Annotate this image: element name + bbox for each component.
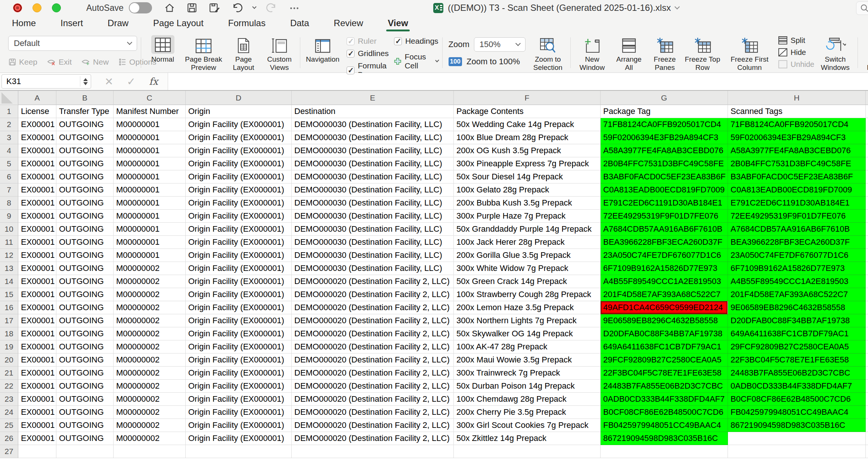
row-header-12[interactable]: 12 — [0, 249, 18, 262]
row-header-13[interactable]: 13 — [0, 262, 18, 275]
cell-A10[interactable]: EX00001 — [18, 223, 56, 236]
row-header-26[interactable]: 26 — [0, 432, 18, 445]
cell-F6[interactable]: 50x Sour Diesel 14g Prepack — [454, 170, 601, 183]
cell-D15[interactable]: Origin Facility (EX000001) — [186, 288, 292, 301]
cell-E8[interactable]: DEMO000030 (Destination Facility, LLC) — [292, 197, 454, 210]
cell-D26[interactable]: Origin Facility (EX000001) — [186, 432, 292, 445]
tab-data[interactable]: Data — [290, 18, 309, 33]
cell-F4[interactable]: 200x OG Kush 3.5g Prepack — [454, 144, 601, 157]
cell-E6[interactable]: DEMO000030 (Destination Facility, LLC) — [292, 170, 454, 183]
tab-view[interactable]: View — [388, 18, 408, 33]
cell-B5[interactable]: OUTGOING — [56, 157, 114, 170]
new-sheet-view-button[interactable]: New — [81, 58, 109, 67]
cell-G24[interactable]: B0CF08CF86E62B48500C7CD6 — [601, 406, 728, 419]
cell-D8[interactable]: Origin Facility (EX000001) — [186, 197, 292, 210]
cell-F11[interactable]: 100x Jack Herer 28g Prepack — [454, 236, 601, 249]
cell-F9[interactable]: 300x Purple Haze 7g Prepack — [454, 210, 601, 223]
cell-C10[interactable]: M00000001 — [114, 223, 186, 236]
cell-D23[interactable]: Origin Facility (EX000001) — [186, 393, 292, 406]
cell-C27[interactable] — [114, 445, 186, 458]
cell-F5[interactable]: 300x Pineapple Express 7g Prepack — [454, 157, 601, 170]
cell-G16[interactable]: 49AFD1CA4C659C9599ED2124 — [601, 301, 728, 314]
row-header-25[interactable]: 25 — [0, 419, 18, 432]
cell-E20[interactable]: DEMO000020 (Destination Facility 2, LLC) — [292, 354, 454, 367]
cell-G17[interactable]: 9E06589EB8296C4632B58558 — [601, 314, 728, 327]
cell-B14[interactable]: OUTGOING — [56, 275, 114, 288]
cell-F27[interactable] — [454, 445, 601, 458]
title-chevron-icon[interactable] — [675, 4, 680, 9]
focus-cell-button[interactable]: Focus Cell — [394, 52, 438, 70]
cell-H6[interactable]: B3ABF0FACD0C5EF23EA83B6F — [728, 170, 866, 183]
normal-view-button[interactable]: Normal — [145, 35, 180, 64]
row-header-22[interactable]: 22 — [0, 380, 18, 393]
zoom-dropdown[interactable]: 150% — [474, 37, 526, 52]
cell-B26[interactable]: OUTGOING — [56, 432, 114, 445]
cell-E1[interactable]: Destination — [292, 105, 454, 118]
cell-F20[interactable]: 200x Maui Wowie 3.5g Prepack — [454, 354, 601, 367]
cell-H20[interactable]: 22F3BC04F5C78E7E1FE63E58 — [728, 354, 866, 367]
cell-D6[interactable]: Origin Facility (EX000001) — [186, 170, 292, 183]
cell-G25[interactable]: FB0425979948051CC49BAAC4 — [601, 419, 728, 432]
cell-C16[interactable]: M00000002 — [114, 301, 186, 314]
redo-icon[interactable] — [266, 1, 278, 14]
cell-G14[interactable]: A4B55F89549CCC1A2E819503 — [601, 275, 728, 288]
cell-B18[interactable]: OUTGOING — [56, 327, 114, 340]
save-icon[interactable] — [186, 1, 198, 14]
row-header-19[interactable]: 19 — [0, 340, 18, 354]
tab-home[interactable]: Home — [12, 18, 36, 33]
cell-H9[interactable]: 72EE49295319F9F01D7FE076 — [728, 210, 866, 223]
tab-formulas[interactable]: Formulas — [228, 18, 266, 33]
cell-B16[interactable]: OUTGOING — [56, 301, 114, 314]
cell-D2[interactable]: Origin Facility (EX000001) — [186, 118, 292, 131]
cell-B7[interactable]: OUTGOING — [56, 183, 114, 197]
cell-G9[interactable]: 72EE49295319F9F01D7FE076 — [601, 210, 728, 223]
row-header-27[interactable]: 27 — [0, 445, 18, 458]
search-button[interactable] — [856, 1, 868, 15]
switch-windows-button[interactable]: Switch Windows — [816, 35, 854, 72]
row-header-14[interactable]: 14 — [0, 275, 18, 288]
cell-E25[interactable]: DEMO000020 (Destination Facility 2, LLC) — [292, 419, 454, 432]
cell-C2[interactable]: M00000001 — [114, 118, 186, 131]
name-box[interactable]: K31 — [1, 74, 91, 89]
fullscreen-button[interactable] — [52, 3, 61, 12]
cell-F2[interactable]: 50x Wedding Cake 14g Prepack — [454, 118, 601, 131]
cell-C17[interactable]: M00000002 — [114, 314, 186, 327]
cell-F14[interactable]: 50x Green Crack 14g Prepack — [454, 275, 601, 288]
cell-B9[interactable]: OUTGOING — [56, 210, 114, 223]
cell-E23[interactable]: DEMO000020 (Destination Facility 2, LLC) — [292, 393, 454, 406]
cell-G6[interactable]: B3ABF0FACD0C5EF23EA83B6F — [601, 170, 728, 183]
cell-D1[interactable]: Origin — [186, 105, 292, 118]
cell-H21[interactable]: 24483B7FA855E06B2D3C7CBC — [728, 367, 866, 380]
cell-B6[interactable]: OUTGOING — [56, 170, 114, 183]
keep-button[interactable]: Keep — [8, 58, 37, 67]
cell-C6[interactable]: M00000001 — [114, 170, 186, 183]
row-header-24[interactable]: 24 — [0, 406, 18, 419]
row-header-15[interactable]: 15 — [0, 288, 18, 301]
cell-H7[interactable]: C0A813EADB00ECD819FD7009 — [728, 183, 866, 197]
cell-A19[interactable]: EX00001 — [18, 340, 56, 354]
cell-C20[interactable]: M00000002 — [114, 354, 186, 367]
row-header-20[interactable]: 20 — [0, 354, 18, 367]
cell-D5[interactable]: Origin Facility (EX000001) — [186, 157, 292, 170]
cell-A11[interactable]: EX00001 — [18, 236, 56, 249]
hide-button[interactable]: Hide — [778, 48, 814, 57]
cell-B13[interactable]: OUTGOING — [56, 262, 114, 275]
cell-A8[interactable]: EX00001 — [18, 197, 56, 210]
cell-F7[interactable]: 100x Gelato 28g Prepack — [454, 183, 601, 197]
cell-H26[interactable] — [728, 432, 866, 445]
home-icon[interactable] — [163, 1, 176, 14]
cell-D11[interactable]: Origin Facility (EX000001) — [186, 236, 292, 249]
zoom-to-100-button[interactable]: 100 Zoom to 100% — [449, 57, 526, 67]
cell-A14[interactable]: EX00001 — [18, 275, 56, 288]
arrange-all-button[interactable]: Arrange All — [612, 35, 646, 72]
save-as-icon[interactable] — [208, 1, 221, 14]
cell-G27[interactable] — [601, 445, 728, 458]
cell-G4[interactable]: A58A3977FE4FA8AB3CEBD076 — [601, 144, 728, 157]
cell-A25[interactable]: EX00001 — [18, 419, 56, 432]
cell-G12[interactable]: 23A050C74FE7DF676077D1C6 — [601, 249, 728, 262]
freeze-first-column-button[interactable]: Freeze First Column — [723, 35, 776, 72]
column-header-B[interactable]: B — [56, 91, 114, 105]
cell-D9[interactable]: Origin Facility (EX000001) — [186, 210, 292, 223]
cell-C4[interactable]: M00000001 — [114, 144, 186, 157]
cell-C19[interactable]: M00000002 — [114, 340, 186, 354]
